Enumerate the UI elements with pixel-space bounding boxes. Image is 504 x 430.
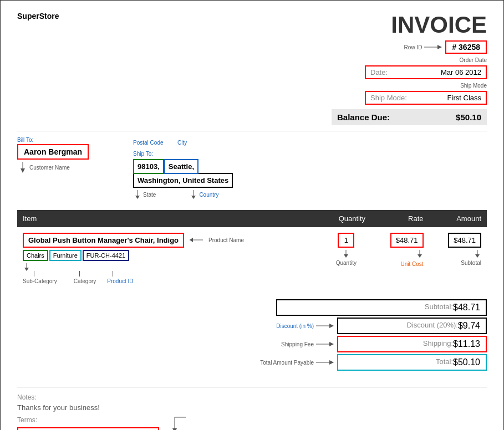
shipping-label: Shipping: — [344, 339, 453, 349]
svg-marker-21 — [329, 342, 334, 346]
quantity-box: 1 — [338, 233, 354, 248]
quantity-cell: 1 Quantity — [322, 227, 371, 290]
category-annotation: Category — [74, 278, 96, 284]
amount-box: $48.71 — [448, 233, 481, 248]
product-id-annotation: Product ID — [107, 278, 133, 284]
discount-label: Discount (20%): — [344, 321, 458, 331]
amount-cell: $48.71 Subtotal — [429, 227, 487, 290]
total-value: $50.10 — [453, 357, 480, 367]
ship-mode-outer-label: Ship Mode — [460, 83, 487, 89]
product-id-tag: FUR-CH-4421 — [83, 250, 129, 261]
table-row: Global Push Button Manager's Chair, Indi… — [17, 227, 487, 290]
balance-due-label: Balance Due: — [337, 112, 390, 122]
svg-marker-1 — [437, 45, 442, 49]
col-rate: Rate — [371, 210, 429, 227]
order-date-label: Order Date — [460, 57, 487, 63]
svg-marker-13 — [344, 254, 348, 258]
bill-to-label: Bill To: — [17, 137, 89, 143]
state-annotation: State — [143, 192, 156, 198]
rate-annotation: Unit Cost — [400, 261, 423, 267]
state-country-box: Washington, United States — [133, 173, 233, 188]
city-annotation: City — [177, 140, 187, 146]
svg-marker-23 — [329, 360, 334, 365]
order-id-box: Order ID : CA-2012-AB10015140-40974 — [17, 427, 159, 430]
ship-mode-field-label: Ship Mode: — [370, 94, 407, 102]
product-name-annotation: Product Name — [208, 237, 244, 243]
svg-marker-15 — [418, 254, 422, 258]
balance-due-row: Balance Due: $50.10 — [332, 109, 487, 125]
postal-code-box: 98103, — [133, 159, 164, 174]
customer-name-box: Aaron Bergman — [17, 144, 89, 160]
date-value: Mar 06 2012 — [441, 68, 481, 76]
items-table: Item Quantity Rate Amount Global Push Bu… — [17, 210, 487, 290]
category-tag: Furniture — [49, 250, 82, 261]
col-amount: Amount — [429, 210, 487, 227]
company-name: SuperStore — [17, 12, 59, 21]
total-row: Total Amount Payable Total: $50.10 — [237, 354, 487, 371]
shipping-value: $11.13 — [453, 339, 480, 349]
svg-marker-5 — [135, 196, 140, 199]
notes-label: Notes: — [17, 393, 487, 401]
notes-section: Notes: Thanks for your business! Terms: … — [17, 387, 487, 430]
postal-code-annotation: Postal Code — [133, 140, 163, 146]
date-box: Date: Mar 06 2012 — [365, 65, 487, 79]
invoice-header-right: INVOICE Row ID # 36258 Order Date — [332, 12, 487, 125]
discount-value: $9.74 — [458, 321, 480, 331]
rate-box: $48.71 — [390, 233, 424, 248]
quantity-annotation: Quantity — [336, 260, 357, 266]
invoice-title: INVOICE — [391, 12, 487, 38]
city-box: Seattle, — [164, 159, 198, 174]
balance-due-value: $50.10 — [456, 112, 481, 122]
terms-label: Terms: — [17, 416, 487, 424]
subtotal-value: $48.71 — [453, 303, 480, 313]
col-item: Item — [17, 210, 322, 227]
subtotal-row: Subtotal: $48.71 — [276, 299, 487, 316]
col-quantity: Quantity — [322, 210, 371, 227]
sub-category-tag: Chairs — [23, 250, 48, 261]
row-id-box: # 36258 — [445, 40, 487, 54]
row-id-label: Row ID — [404, 44, 422, 50]
amount-annotation: Subtotal — [461, 260, 481, 266]
shipping-outer-label: Shipping Fee — [281, 341, 314, 347]
customer-name-annotation: Customer Name — [29, 165, 70, 171]
svg-marker-19 — [329, 324, 334, 328]
subtotal-label: Subtotal: — [283, 303, 453, 313]
country-annotation: Country — [199, 192, 218, 198]
total-label: Total: — [344, 357, 453, 367]
shipping-row: Shipping Fee Shipping: $11.13 — [237, 336, 487, 352]
discount-row: Discount (in %) Discount (20%): $9.74 — [237, 318, 487, 334]
date-field-label: Date: — [370, 68, 388, 76]
ship-mode-box: Ship Mode: First Class — [365, 91, 487, 105]
svg-marker-17 — [475, 254, 480, 258]
total-outer-label: Total Amount Payable — [260, 360, 314, 366]
product-tags: Chairs Furniture FUR-CH-4421 — [23, 250, 184, 261]
ship-mode-value: First Class — [447, 94, 481, 102]
item-cell: Global Push Button Manager's Chair, Indi… — [17, 227, 322, 290]
svg-marker-3 — [21, 168, 25, 173]
ship-to-label: Ship To: — [133, 151, 153, 157]
sub-category-annotation: Sub-Category — [23, 278, 57, 284]
rate-cell: $48.71 Unit Cost — [371, 227, 429, 290]
notes-text: Thanks for your business! — [17, 403, 487, 412]
svg-marker-11 — [190, 238, 193, 242]
discount-outer-label: Discount (in %) — [276, 323, 314, 329]
svg-marker-7 — [191, 196, 196, 199]
product-name-box: Global Push Button Manager's Chair, Indi… — [23, 233, 184, 248]
